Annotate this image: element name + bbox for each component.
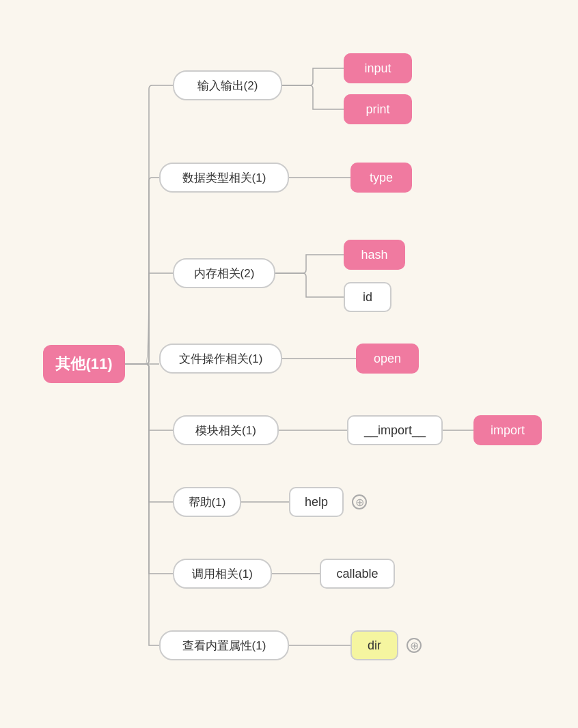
leaf-import-dunder-label: __import__ (364, 423, 426, 438)
cat-io-label: 输入输出(2) (197, 78, 258, 94)
category-help[interactable]: 帮助(1) (173, 487, 241, 517)
leaf-print-label: print (366, 102, 389, 117)
mind-map: 其他(11) 输入输出(2) 数据类型相关(1) 内存相关(2) 文件操作相关(… (23, 16, 555, 712)
leaf-print[interactable]: print (344, 94, 412, 124)
cat-callable-label: 调用相关(1) (192, 566, 253, 582)
category-module[interactable]: 模块相关(1) (173, 415, 279, 445)
leaf-open[interactable]: open (356, 344, 419, 374)
leaf-import-dunder[interactable]: __import__ (347, 415, 443, 445)
leaf-dir[interactable]: dir (350, 630, 398, 660)
cat-module-label: 模块相关(1) (195, 423, 256, 438)
leaf-help-label: help (305, 495, 328, 509)
leaf-import[interactable]: import (473, 415, 542, 445)
leaf-hash-label: hash (361, 248, 387, 262)
cat-type-label: 数据类型相关(1) (182, 170, 266, 186)
leaf-type[interactable]: type (350, 163, 412, 193)
leaf-id-label: id (363, 290, 372, 305)
expand-help-icon[interactable]: ⊕ (352, 494, 367, 509)
expand-dir-icon[interactable]: ⊕ (407, 638, 422, 653)
leaf-help[interactable]: help (289, 487, 344, 517)
cat-dir-label: 查看内置属性(1) (182, 638, 266, 654)
category-mem[interactable]: 内存相关(2) (173, 258, 275, 288)
category-dir[interactable]: 查看内置属性(1) (159, 630, 289, 660)
leaf-callable[interactable]: callable (320, 559, 395, 589)
leaf-id[interactable]: id (344, 282, 391, 312)
category-file[interactable]: 文件操作相关(1) (159, 344, 282, 374)
leaf-open-label: open (374, 352, 401, 366)
category-callable[interactable]: 调用相关(1) (173, 559, 272, 589)
cat-help-label: 帮助(1) (189, 494, 226, 510)
category-type[interactable]: 数据类型相关(1) (159, 163, 289, 193)
leaf-input-label: input (364, 61, 391, 76)
leaf-input[interactable]: input (344, 53, 412, 83)
leaf-hash[interactable]: hash (344, 240, 405, 270)
leaf-import-label: import (491, 423, 525, 438)
cat-mem-label: 内存相关(2) (194, 266, 255, 281)
root-label: 其他(11) (55, 354, 112, 374)
leaf-dir-label: dir (368, 639, 381, 653)
root-node[interactable]: 其他(11) (43, 345, 125, 383)
category-io[interactable]: 输入输出(2) (173, 70, 282, 100)
cat-file-label: 文件操作相关(1) (179, 351, 263, 367)
leaf-type-label: type (370, 171, 393, 185)
leaf-callable-label: callable (336, 567, 378, 581)
